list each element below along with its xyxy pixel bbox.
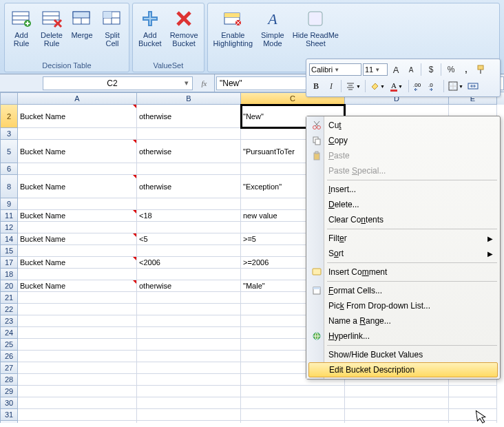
cell-B18[interactable] <box>137 269 241 280</box>
cell-C32[interactable] <box>241 421 345 423</box>
cell-A26[interactable] <box>18 351 137 362</box>
row-header[interactable]: 11 <box>0 210 18 222</box>
enable-highlighting-button[interactable]: EnableHighlighting <box>211 6 255 56</box>
cell-B32[interactable] <box>137 421 241 423</box>
row-header[interactable]: 2 <box>0 105 18 128</box>
cell-B9[interactable] <box>137 198 241 210</box>
cell-B12[interactable] <box>137 222 241 233</box>
comma-style-button[interactable]: , <box>459 63 473 76</box>
merge-button[interactable]: Merge <box>68 6 96 56</box>
cell-B8[interactable]: otherwise <box>137 175 241 198</box>
cell-A14[interactable]: Bucket Name <box>18 233 137 245</box>
cell-B29[interactable] <box>137 386 241 397</box>
cell-B2[interactable]: otherwise <box>137 105 241 128</box>
cell-A2[interactable]: Bucket Name <box>18 105 137 128</box>
row-header[interactable]: 8 <box>0 175 18 198</box>
ctx-name-range[interactable]: Name a Range... <box>308 313 498 329</box>
simple-mode-button[interactable]: A SimpleMode <box>258 6 287 56</box>
accounting-format-button[interactable]: $ <box>424 63 438 76</box>
row-header[interactable]: 17 <box>0 257 18 269</box>
italic-button[interactable]: I <box>324 79 338 93</box>
cell-A9[interactable] <box>18 198 137 210</box>
cell-B21[interactable] <box>137 292 241 304</box>
ctx-insert[interactable]: Insert... <box>308 182 498 197</box>
fx-label[interactable]: fx <box>194 74 215 92</box>
row-header[interactable]: 14 <box>0 233 18 245</box>
bold-button[interactable]: B <box>309 79 323 93</box>
shrink-font-button[interactable]: Ǎ <box>404 63 418 76</box>
cell-B30[interactable] <box>137 397 241 409</box>
ctx-pick-list[interactable]: Pick From Drop-down List... <box>308 298 498 313</box>
ctx-insert-comment[interactable]: Insert Comment <box>308 264 498 280</box>
cell-E29[interactable] <box>449 386 497 397</box>
cell-B3[interactable] <box>137 128 241 140</box>
cell-B6[interactable] <box>137 163 241 175</box>
cell-A6[interactable] <box>18 163 137 175</box>
row-header[interactable]: 20 <box>0 280 18 292</box>
row-header[interactable]: 26 <box>0 351 18 362</box>
cell-B5[interactable]: otherwise <box>137 140 241 163</box>
grow-font-button[interactable]: Â <box>389 63 403 76</box>
row-header[interactable]: 28 <box>0 374 18 386</box>
cell-B11[interactable]: <18 <box>137 210 241 222</box>
select-all-corner[interactable] <box>0 92 18 105</box>
cell-B23[interactable] <box>137 315 241 327</box>
row-header[interactable]: 31 <box>0 409 18 421</box>
cell-A22[interactable] <box>18 304 137 315</box>
cell-D31[interactable] <box>345 409 449 421</box>
font-size-picker[interactable]: 11▼ <box>363 63 388 76</box>
row-header[interactable]: 6 <box>0 163 18 175</box>
add-bucket-button[interactable]: AddBucket <box>136 6 165 56</box>
cell-A27[interactable] <box>18 362 137 374</box>
row-header[interactable]: 32 <box>0 421 18 423</box>
cell-D30[interactable] <box>345 397 449 409</box>
borders-button[interactable]: ▼ <box>447 81 465 91</box>
cell-A25[interactable] <box>18 339 137 351</box>
delete-rule-button[interactable]: DeleteRule <box>38 6 65 56</box>
cell-A23[interactable] <box>18 315 137 327</box>
cell-B24[interactable] <box>137 327 241 339</box>
name-box[interactable]: C2 ▾ <box>43 76 193 90</box>
cell-A15[interactable] <box>18 245 137 257</box>
ctx-filter[interactable]: Filter▶ <box>308 231 498 246</box>
cell-A28[interactable] <box>18 374 137 386</box>
ctx-sort[interactable]: Sort▶ <box>308 246 498 261</box>
row-header[interactable]: 12 <box>0 222 18 233</box>
ctx-cut[interactable]: Cut <box>308 118 498 133</box>
row-header[interactable]: 29 <box>0 386 18 397</box>
format-painter-button[interactable] <box>474 63 488 76</box>
cell-B15[interactable] <box>137 245 241 257</box>
add-rule-button[interactable]: AddRule <box>8 6 35 56</box>
row-header[interactable]: 3 <box>0 128 18 140</box>
cell-B14[interactable]: <5 <box>137 233 241 245</box>
cell-A24[interactable] <box>18 327 137 339</box>
font-color-button[interactable]: A▼ <box>388 81 406 92</box>
row-header[interactable]: 25 <box>0 339 18 351</box>
row-header[interactable]: 27 <box>0 362 18 374</box>
font-picker[interactable]: Calibri▼ <box>309 63 361 76</box>
cell-A8[interactable]: Bucket Name <box>18 175 137 198</box>
decrease-decimal-button[interactable]: .00 <box>412 79 426 93</box>
ctx-format-cells[interactable]: Format Cells... <box>308 283 498 298</box>
chevron-down-icon[interactable]: ▾ <box>181 79 192 87</box>
cell-B31[interactable] <box>137 409 241 421</box>
cell-B27[interactable] <box>137 362 241 374</box>
col-header-B[interactable]: B <box>137 92 241 105</box>
cell-A32[interactable] <box>18 421 137 423</box>
cell-A5[interactable]: Bucket Name <box>18 140 137 163</box>
split-cell-button[interactable]: SplitCell <box>98 6 126 56</box>
fill-color-button[interactable]: ▼ <box>368 81 386 91</box>
merge-center-button[interactable] <box>466 79 480 93</box>
cell-D32[interactable] <box>345 421 449 423</box>
cell-A29[interactable] <box>18 386 137 397</box>
row-header[interactable]: 24 <box>0 327 18 339</box>
cell-A12[interactable] <box>18 222 137 233</box>
row-header[interactable]: 15 <box>0 245 18 257</box>
row-header[interactable]: 5 <box>0 140 18 163</box>
ctx-edit-bucket-desc[interactable]: Edit Bucket Description <box>308 362 498 377</box>
row-header[interactable]: 30 <box>0 397 18 409</box>
row-header[interactable]: 9 <box>0 198 18 210</box>
cell-B28[interactable] <box>137 374 241 386</box>
cell-B20[interactable]: otherwise <box>137 280 241 292</box>
cell-A3[interactable] <box>18 128 137 140</box>
